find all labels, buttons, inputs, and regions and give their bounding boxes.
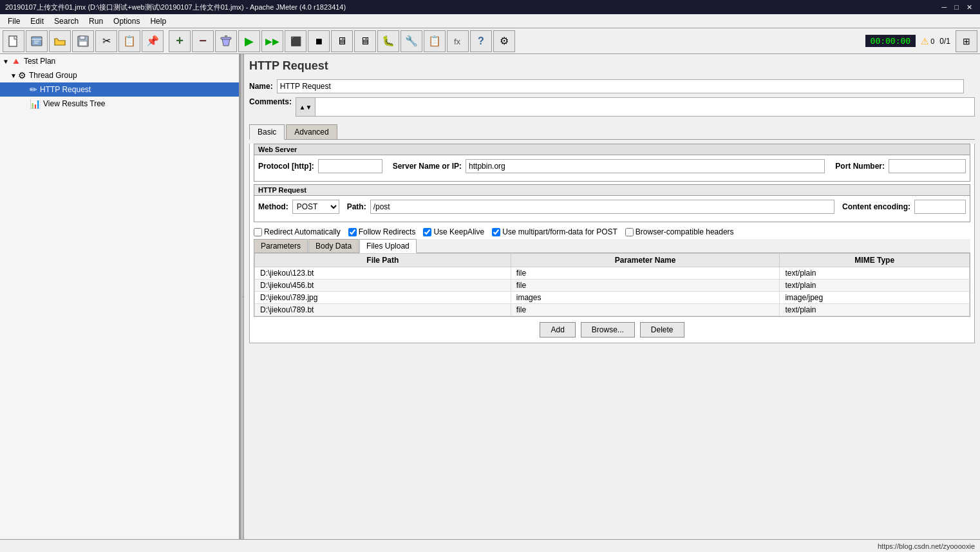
tree-item-testplan[interactable]: ▼ 🔺 Test Plan	[0, 54, 239, 68]
main-layout: ▼ 🔺 Test Plan ▼ ⚙ Thread Group ✏ HTTP Re…	[0, 54, 980, 539]
shutdown-button[interactable]: ⏹	[308, 30, 330, 52]
remote-start-all-button[interactable]: 🖥	[354, 30, 376, 52]
menu-help[interactable]: Help	[145, 15, 171, 27]
remote-start-button[interactable]: 🖥	[331, 30, 353, 52]
path-label: Path:	[347, 202, 366, 211]
tree-expand-threadgroup[interactable]: ▼	[10, 72, 17, 79]
stop-button[interactable]: ⬛	[285, 30, 306, 52]
menu-edit[interactable]: Edit	[25, 15, 49, 27]
menu-options[interactable]: Options	[108, 15, 145, 27]
redirect-auto-checkbox[interactable]	[254, 228, 262, 236]
method-path-row: Method: POST GET PUT DELETE Path: Conten…	[258, 200, 966, 214]
follow-redirects-checkbox[interactable]	[348, 228, 357, 236]
warning-icon: ⚠	[921, 36, 929, 46]
http-request-title: HTTP Request	[254, 185, 970, 196]
paste-button[interactable]: 📌	[142, 30, 164, 52]
table-row[interactable]: D:\jiekou\789.btfiletext/plain	[255, 304, 970, 316]
help-button[interactable]: ?	[470, 30, 492, 52]
follow-redirects-item: Follow Redirects	[348, 227, 416, 236]
remote-stop-button[interactable]: 🐛	[377, 30, 399, 52]
statusbar: https://blog.csdn.net/zyooooxie	[0, 539, 980, 552]
tree-expand-testplan[interactable]: ▼	[3, 58, 9, 65]
new-button[interactable]	[3, 30, 24, 52]
browser-headers-checkbox[interactable]	[625, 228, 634, 236]
titlebar: 20190107上传文件01.jmx (D:\接口测试+web测试\201901…	[0, 0, 980, 14]
multipart-checkbox[interactable]	[492, 228, 500, 236]
warning-count: 0	[930, 37, 934, 45]
tab-advanced[interactable]: Advanced	[286, 124, 337, 139]
remote-exit-button[interactable]: 📋	[424, 30, 446, 52]
browser-headers-item: Browser-compatible headers	[625, 227, 734, 236]
tree-label-threadgroup: Thread Group	[29, 71, 77, 80]
remote-stop-all-button[interactable]: 🔧	[400, 30, 422, 52]
svg-rect-7	[79, 41, 87, 46]
add-toolbar-button[interactable]: +	[169, 30, 191, 52]
table-row[interactable]: D:\jiekou\789.jpgimagesimage/jpeg	[255, 292, 970, 304]
keep-alive-label[interactable]: Use KeepAlive	[433, 227, 484, 236]
tab-files-upload[interactable]: Files Upload	[359, 239, 417, 253]
close-button[interactable]: ✕	[964, 3, 975, 12]
table-row[interactable]: D:\jiekou\123.btfiletext/plain	[255, 267, 970, 280]
start-no-pause-button[interactable]: ▶▶	[261, 30, 283, 52]
tree-item-httprequest[interactable]: ✏ HTTP Request	[0, 82, 239, 97]
follow-redirects-label[interactable]: Follow Redirects	[359, 227, 416, 236]
tab-basic[interactable]: Basic	[249, 124, 285, 140]
name-input[interactable]	[277, 79, 964, 93]
add-button[interactable]: Add	[540, 322, 575, 338]
web-server-section: Web Server Protocol [http]: Server Name …	[254, 144, 970, 182]
start-button[interactable]: ▶	[238, 30, 260, 52]
keep-alive-checkbox[interactable]	[423, 228, 431, 236]
menu-run[interactable]: Run	[84, 15, 108, 27]
comments-area: ▲▼	[296, 97, 975, 117]
statusbar-url: https://blog.csdn.net/zyooooxie	[878, 542, 975, 550]
browse-button[interactable]: Browse...	[581, 322, 635, 338]
tab-parameters[interactable]: Parameters	[254, 239, 308, 252]
timer-display: 00:00:00	[865, 35, 916, 47]
open-icon	[53, 35, 66, 48]
maximize-button[interactable]: □	[952, 3, 961, 12]
templates-icon	[30, 35, 43, 48]
multipart-label[interactable]: Use multipart/form-data for POST	[502, 227, 617, 236]
remove-toolbar-button[interactable]: −	[192, 30, 214, 52]
delete-button[interactable]: Delete	[640, 322, 684, 338]
comments-handle[interactable]: ▲▼	[296, 98, 316, 116]
path-input[interactable]	[370, 200, 834, 214]
copy-button[interactable]: 📋	[118, 30, 140, 52]
console-button[interactable]: ⊞	[956, 30, 977, 52]
col-filepath: File Path	[255, 254, 511, 267]
browser-headers-label[interactable]: Browser-compatible headers	[636, 227, 734, 236]
cut-button[interactable]: ✂	[95, 30, 117, 52]
http-request-content: Method: POST GET PUT DELETE Path: Conten…	[254, 196, 970, 222]
save-button[interactable]	[72, 30, 94, 52]
http-request-section: HTTP Request Method: POST GET PUT DELETE…	[254, 184, 970, 222]
menu-search[interactable]: Search	[49, 15, 84, 27]
protocol-input[interactable]	[318, 159, 382, 173]
menu-file[interactable]: File	[3, 15, 25, 27]
table-row[interactable]: D:\jiekou\456.btfiletext/plain	[255, 280, 970, 292]
open-button[interactable]	[49, 30, 71, 52]
cell-paramname: file	[511, 304, 780, 316]
titlebar-title: 20190107上传文件01.jmx (D:\接口测试+web测试\201901…	[5, 3, 346, 12]
server-input[interactable]	[466, 159, 825, 173]
save-icon	[77, 35, 90, 48]
left-panel: ▼ 🔺 Test Plan ▼ ⚙ Thread Group ✏ HTTP Re…	[0, 54, 240, 539]
encoding-input[interactable]	[914, 200, 966, 214]
comments-input[interactable]	[316, 101, 974, 113]
redirect-auto-label[interactable]: Redirect Automatically	[264, 227, 341, 236]
tree-item-viewresults[interactable]: 📊 View Results Tree	[0, 97, 239, 111]
cell-paramname: file	[511, 267, 780, 280]
comments-label: Comments:	[249, 97, 292, 106]
settings-button[interactable]: ⚙	[493, 30, 515, 52]
checkboxes-row: Redirect Automatically Follow Redirects …	[250, 225, 974, 239]
cell-filepath: D:\jiekou\789.bt	[255, 304, 511, 316]
clear-button[interactable]	[215, 30, 237, 52]
function-helper-button[interactable]: fx	[447, 30, 469, 52]
web-server-title: Web Server	[254, 144, 970, 155]
tree-item-threadgroup[interactable]: ▼ ⚙ Thread Group	[0, 68, 239, 82]
templates-button[interactable]	[26, 30, 48, 52]
minimize-button[interactable]: ─	[939, 3, 950, 12]
svg-rect-8	[221, 37, 231, 39]
tab-body-data[interactable]: Body Data	[308, 239, 359, 252]
method-select[interactable]: POST GET PUT DELETE	[292, 200, 339, 214]
port-input[interactable]	[889, 159, 966, 173]
